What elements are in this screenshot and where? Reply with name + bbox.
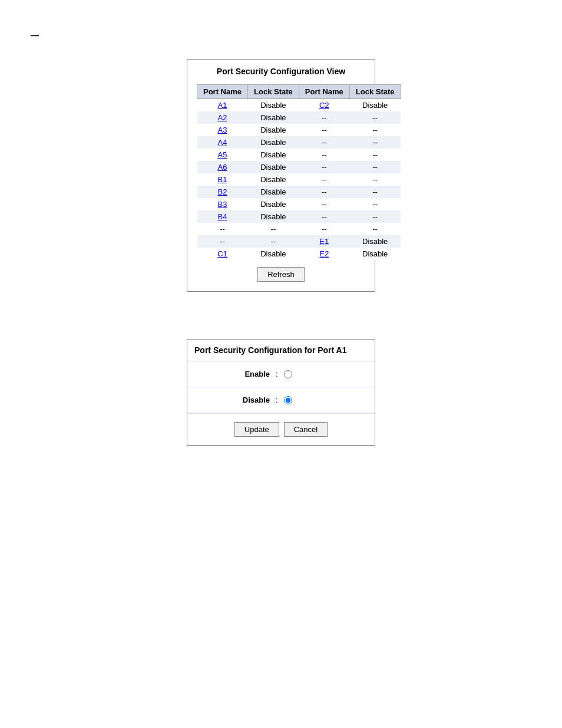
table-row[interactable]: C1 <box>197 248 248 260</box>
table-row: Disable <box>248 149 299 161</box>
table-row: Disable <box>248 186 299 198</box>
enable-row: Enable : <box>187 361 375 387</box>
table-row: -- <box>299 136 349 149</box>
cancel-button[interactable]: Cancel <box>284 422 328 437</box>
minimize-button[interactable]: — <box>31 31 39 40</box>
table-row: -- <box>299 173 349 186</box>
table-row: -- <box>248 223 299 235</box>
table-row[interactable]: B3 <box>197 198 248 210</box>
enable-label: Enable <box>234 370 270 378</box>
port-security-config-view-panel: Port Security Configuration View Port Na… <box>187 59 375 292</box>
table-row: -- <box>349 173 401 186</box>
disable-label: Disable <box>234 396 270 404</box>
table-row[interactable]: B4 <box>197 210 248 223</box>
table-row: -- <box>349 111 401 124</box>
table-row: -- <box>349 186 401 198</box>
table-row[interactable]: A3 <box>197 124 248 136</box>
table-row: -- <box>349 198 401 210</box>
enable-radio[interactable] <box>284 370 292 378</box>
table-row[interactable]: B2 <box>197 186 248 198</box>
table-row: -- <box>197 223 248 235</box>
refresh-button[interactable]: Refresh <box>257 267 305 282</box>
table-row[interactable]: A2 <box>197 111 248 124</box>
table-row: -- <box>299 124 349 136</box>
col-header-lock-state-2: Lock State <box>349 85 401 99</box>
table-row: -- <box>299 223 349 235</box>
table-row: Disable <box>248 136 299 149</box>
table-row: Disable <box>248 173 299 186</box>
table-row[interactable]: B1 <box>197 173 248 186</box>
panel2-buttons-row: Update Cancel <box>187 413 375 445</box>
col-header-port-name-2: Port Name <box>299 85 349 99</box>
col-header-lock-state-1: Lock State <box>248 85 299 99</box>
table-row: Disable <box>349 99 401 112</box>
table-row: Disable <box>349 235 401 248</box>
table-row: -- <box>349 223 401 235</box>
update-button[interactable]: Update <box>234 422 279 437</box>
table-row[interactable]: C2 <box>299 99 349 112</box>
port-security-config-port-panel: Port Security Configuration for Port A1 … <box>187 339 375 446</box>
table-row: -- <box>299 210 349 223</box>
table-row[interactable]: E1 <box>299 235 349 248</box>
table-row: -- <box>299 149 349 161</box>
table-row[interactable]: E2 <box>299 248 349 260</box>
disable-radio[interactable] <box>284 396 292 404</box>
table-row: -- <box>299 198 349 210</box>
port-security-table: Port Name Lock State Port Name Lock Stat… <box>197 84 401 260</box>
table-row[interactable]: A5 <box>197 149 248 161</box>
col-header-port-name-1: Port Name <box>197 85 248 99</box>
table-row[interactable]: A4 <box>197 136 248 149</box>
table-row: Disable <box>248 198 299 210</box>
table-row[interactable]: A1 <box>197 99 248 112</box>
table-row: Disable <box>248 161 299 173</box>
table-row: -- <box>197 235 248 248</box>
colon-enable: : <box>276 370 278 378</box>
table-row: -- <box>299 161 349 173</box>
panel2-title: Port Security Configuration for Port A1 <box>187 340 375 361</box>
panel2-body: Enable : Disable : Update Cancel <box>187 361 375 445</box>
table-row: Disable <box>248 111 299 124</box>
panel1-title: Port Security Configuration View <box>197 67 365 76</box>
table-row: Disable <box>248 124 299 136</box>
table-row: -- <box>299 111 349 124</box>
table-row: -- <box>349 161 401 173</box>
colon-disable: : <box>276 396 278 404</box>
table-row: -- <box>299 186 349 198</box>
table-row: -- <box>349 149 401 161</box>
disable-row: Disable : <box>187 387 375 413</box>
table-row: Disable <box>248 210 299 223</box>
table-row[interactable]: A6 <box>197 161 248 173</box>
table-row: -- <box>349 124 401 136</box>
table-row: -- <box>349 210 401 223</box>
table-row: Disable <box>248 99 299 112</box>
table-row: Disable <box>349 248 401 260</box>
table-row: -- <box>248 235 299 248</box>
table-row: Disable <box>248 248 299 260</box>
table-row: -- <box>349 136 401 149</box>
